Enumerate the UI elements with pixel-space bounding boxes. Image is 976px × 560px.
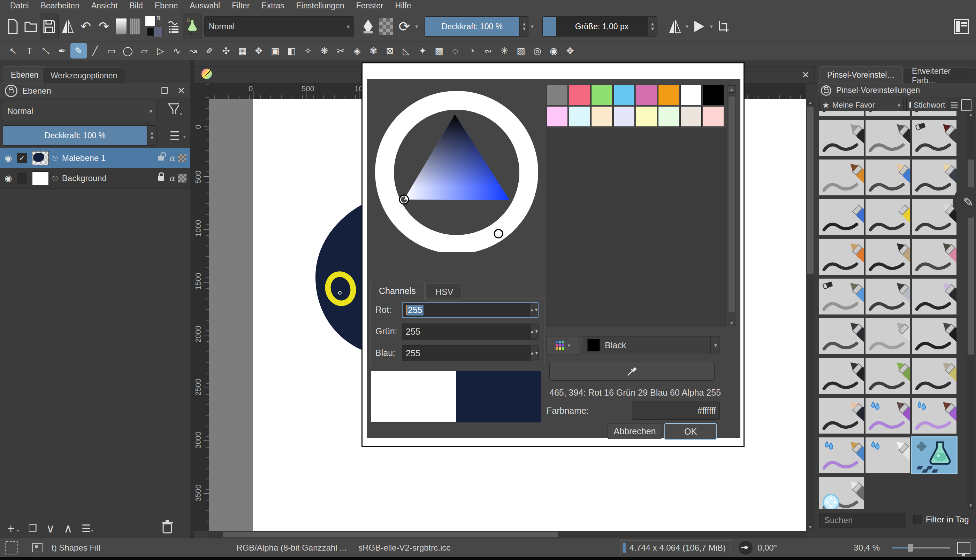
menu-ebene[interactable]: Ebene (149, 0, 184, 12)
measure-tool[interactable]: ◺ (398, 43, 414, 58)
palette-swatch[interactable] (591, 85, 612, 105)
blau-field[interactable]: 255 ▲▼ (402, 345, 538, 361)
close-docker-icon[interactable]: ✕ (177, 85, 185, 96)
favorites-combo[interactable]: ★ Meine Favor ▾ (819, 98, 904, 112)
smart-patch-tool[interactable]: ◈ (349, 43, 365, 58)
pattern-tool[interactable]: ❋ (316, 43, 333, 58)
polygon-select-tool[interactable]: ◔ (464, 43, 480, 58)
text-tool[interactable]: T (21, 43, 38, 58)
menu-hilfe[interactable]: Hilfe (389, 0, 417, 12)
layer-alpha-icon[interactable]: α (169, 153, 175, 163)
palette-swatch[interactable] (658, 106, 679, 127)
tab-erweiterter-farbwaehler[interactable]: Erweiterter Farb… (904, 68, 976, 83)
docker-lock-icon[interactable] (5, 85, 17, 97)
freehand-brush-tool[interactable]: ✎ (70, 43, 87, 58)
color-sampler-tool[interactable]: ✧ (300, 43, 316, 58)
dock-splitter[interactable] (190, 60, 194, 538)
close-subwindow-icon[interactable]: ✕ (802, 70, 809, 80)
tab-ebenen[interactable]: Ebenen (3, 66, 46, 83)
brush-preset-marker-blue-reload[interactable] (819, 278, 864, 315)
eraser-mode-icon[interactable] (359, 14, 377, 39)
freehand-path-tool[interactable]: ↝ (185, 43, 202, 58)
opacity-caret[interactable]: ▾ (529, 23, 535, 30)
brush-preset-brush-flat-black[interactable] (912, 278, 956, 315)
layer-opacity-slider[interactable]: Deckkraft: 100 % ▲▼ (3, 125, 157, 145)
memory-indicator[interactable]: 4.744 x 4.064 (106,7 MiB) (620, 540, 731, 555)
brush-preset-ink-pen-c[interactable] (912, 111, 956, 116)
layer-visible-icon[interactable]: ◉ (0, 173, 17, 183)
named-color-combo[interactable]: Black ▾ (583, 336, 719, 354)
save-button[interactable] (40, 13, 58, 39)
palette-swatch[interactable] (613, 106, 635, 127)
presets-menu-icon[interactable]: ☰ (950, 100, 958, 111)
brush-preset-smudge-stylus[interactable] (866, 318, 910, 354)
bezier-curve-tool[interactable]: ∿ (169, 43, 185, 58)
layer-name[interactable]: Malebene 1 (62, 153, 105, 163)
select-shapes-tool[interactable]: ↖ (5, 43, 21, 58)
freehand-select-tool[interactable]: ∾ (480, 43, 496, 58)
workspace-flask-icon[interactable] (183, 13, 202, 39)
menu-fenster[interactable]: Fenster (350, 0, 389, 12)
ellipse-select-tool[interactable]: ◌ (447, 43, 464, 58)
palette-swatch[interactable] (546, 85, 568, 105)
zoom-value[interactable]: 30,4 % (854, 543, 880, 553)
brush-preset-ink-swirl[interactable] (912, 318, 956, 354)
bezier-select-tool[interactable]: ▨ (513, 43, 529, 58)
brush-preset-marker-gray[interactable] (866, 278, 910, 315)
rect-select-tool[interactable]: ▩ (431, 43, 447, 58)
layer-locked-icon[interactable] (158, 176, 164, 181)
filter-in-tag-checkbox[interactable] (913, 515, 923, 524)
menu-datei[interactable]: Datei (4, 0, 35, 12)
brush-preset-pencil-dark-redband[interactable] (912, 160, 956, 195)
rectangle-tool[interactable]: ▭ (103, 43, 120, 58)
palette-list-area[interactable] (546, 128, 726, 327)
pattern-swatch[interactable] (130, 18, 141, 35)
mirror-vertical-icon[interactable] (690, 14, 708, 39)
zoom-slider[interactable] (892, 541, 950, 555)
edit-shapes-tool[interactable]: ⤡ (38, 43, 54, 58)
undo-button[interactable]: ↶ (77, 14, 95, 39)
brush-preset-wetbrush-blue[interactable] (819, 437, 864, 473)
rotation-dial-icon[interactable] (739, 541, 752, 555)
reload-preset-icon[interactable]: ⟳ (395, 14, 413, 39)
brush-preset-ink-pen-b[interactable] (866, 111, 910, 116)
layer-checkbox[interactable] (17, 173, 27, 183)
delete-layer-button[interactable] (162, 520, 173, 536)
menu-bild[interactable]: Bild (124, 0, 149, 12)
line-tool[interactable]: ╱ (87, 43, 103, 58)
layer-blend-mode-combo[interactable]: Normal▾ (3, 101, 157, 121)
layer-filter-icon[interactable]: ▾ (167, 102, 179, 116)
menu-ansicht[interactable]: Ansicht (85, 0, 124, 12)
keyword-field[interactable]: Stichwort (906, 98, 948, 112)
colorspace-label[interactable]: RGB/Alpha (8-bit Ganzzahl ... (236, 543, 346, 553)
gradient-swatch[interactable] (116, 18, 127, 35)
colorize-mask-tool[interactable]: ✂ (333, 43, 349, 58)
ok-button[interactable]: OK (664, 423, 717, 440)
layer-row-malebene[interactable]: ◉ ✓ ⎋ Malebene 1 α (0, 148, 190, 168)
layer-unlocked-icon[interactable] (158, 156, 164, 160)
docker-lock-icon[interactable] (821, 85, 831, 96)
layer-visible-icon[interactable]: ◉ (0, 153, 17, 163)
assistants-tool[interactable]: ✦ (414, 43, 431, 58)
brush-preset-ink-pen-a[interactable] (819, 111, 864, 116)
menu-einstellungen[interactable]: Einstellungen (290, 0, 350, 12)
palette-chooser-button[interactable]: ▾ (546, 336, 579, 355)
brush-preset-pencil-blue[interactable] (866, 160, 910, 195)
brush-preset-brush-brown[interactable] (819, 160, 864, 195)
brush-preset-multibrush-pen[interactable] (819, 477, 864, 509)
brush-preset-brush-orange[interactable] (819, 239, 864, 275)
brush-preset-flask-preset[interactable] (912, 437, 956, 473)
palette-swatch[interactable] (591, 106, 612, 127)
preset-icon[interactable] (32, 543, 42, 552)
palette-swatch[interactable] (636, 85, 657, 105)
fg-bg-color-selector[interactable]: ⇅ (144, 16, 164, 37)
opacity-slider[interactable]: Deckkraft: 100 % ▲▼ (424, 17, 529, 37)
redo-button[interactable]: ↷ (95, 14, 113, 39)
brush-preset-wetbrush-purple-thin[interactable] (912, 398, 956, 433)
brush-preset-stylus-black[interactable] (819, 120, 864, 156)
layer-properties-button[interactable]: ☰▾ (82, 522, 94, 535)
menu-bearbeiten[interactable]: Bearbeiten (35, 0, 85, 12)
move-tool[interactable]: ✥ (251, 43, 267, 58)
layer-name[interactable]: Background (62, 173, 107, 183)
mirror-horizontal-icon[interactable] (666, 14, 684, 39)
